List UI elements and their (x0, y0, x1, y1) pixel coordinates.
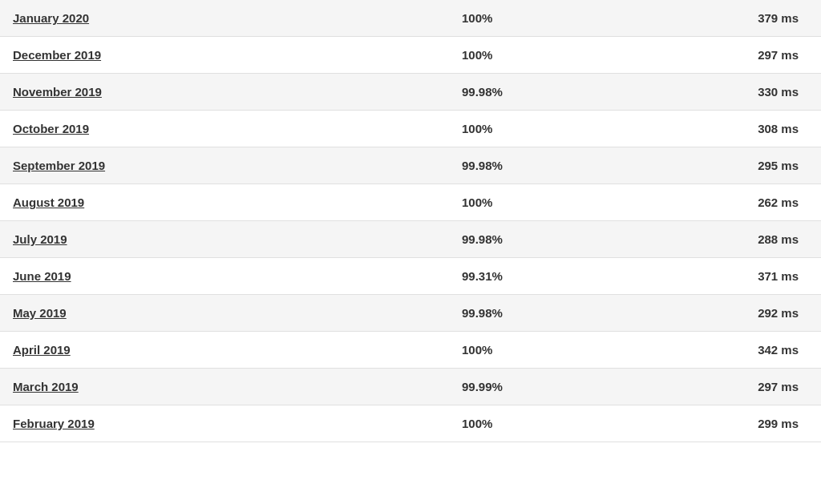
month-link[interactable]: May 2019 (13, 306, 67, 320)
table-row: December 2019100%297 ms (0, 37, 821, 74)
month-link[interactable]: September 2019 (13, 159, 105, 172)
response-value: 299 ms (758, 417, 799, 430)
table-row: June 201999.31%371 ms (0, 258, 821, 295)
uptime-value: 99.98% (462, 306, 503, 320)
table-row: January 2020100%379 ms (0, 0, 821, 37)
uptime-value: 100% (462, 196, 492, 209)
table-row: August 2019100%262 ms (0, 184, 821, 221)
uptime-value: 99.31% (462, 269, 503, 283)
response-value: 371 ms (758, 269, 799, 283)
uptime-value: 100% (462, 417, 492, 430)
response-value: 288 ms (758, 232, 799, 246)
month-link[interactable]: February 2019 (13, 417, 95, 430)
month-link[interactable]: March 2019 (13, 380, 79, 393)
month-link[interactable]: December 2019 (13, 48, 101, 62)
uptime-value: 99.99% (462, 380, 503, 393)
uptime-value: 99.98% (462, 232, 503, 246)
response-value: 308 ms (758, 122, 799, 135)
table-row: March 201999.99%297 ms (0, 369, 821, 405)
table-row: September 201999.98%295 ms (0, 147, 821, 184)
uptime-value: 100% (462, 11, 492, 25)
uptime-value: 100% (462, 122, 492, 135)
uptime-value: 99.98% (462, 85, 503, 99)
month-link[interactable]: July 2019 (13, 232, 67, 246)
response-value: 292 ms (758, 306, 799, 320)
table-row: November 201999.98%330 ms (0, 74, 821, 111)
response-value: 295 ms (758, 159, 799, 172)
month-link[interactable]: April 2019 (13, 343, 71, 357)
response-value: 342 ms (758, 343, 799, 357)
month-link[interactable]: November 2019 (13, 85, 102, 99)
uptime-value: 100% (462, 343, 492, 357)
response-value: 297 ms (758, 380, 799, 393)
month-link[interactable]: January 2020 (13, 11, 89, 25)
response-value: 297 ms (758, 48, 799, 62)
uptime-value: 99.98% (462, 159, 503, 172)
month-link[interactable]: August 2019 (13, 196, 84, 209)
table-row: October 2019100%308 ms (0, 111, 821, 147)
table-row: February 2019100%299 ms (0, 405, 821, 442)
response-value: 262 ms (758, 196, 799, 209)
table-row: April 2019100%342 ms (0, 332, 821, 369)
month-link[interactable]: October 2019 (13, 122, 89, 135)
table-row: May 201999.98%292 ms (0, 295, 821, 332)
response-value: 330 ms (758, 85, 799, 99)
response-value: 379 ms (758, 11, 799, 25)
month-link[interactable]: June 2019 (13, 269, 71, 283)
table-row: July 201999.98%288 ms (0, 221, 821, 258)
uptime-value: 100% (462, 48, 492, 62)
uptime-table: January 2020100%379 msDecember 2019100%2… (0, 0, 821, 504)
